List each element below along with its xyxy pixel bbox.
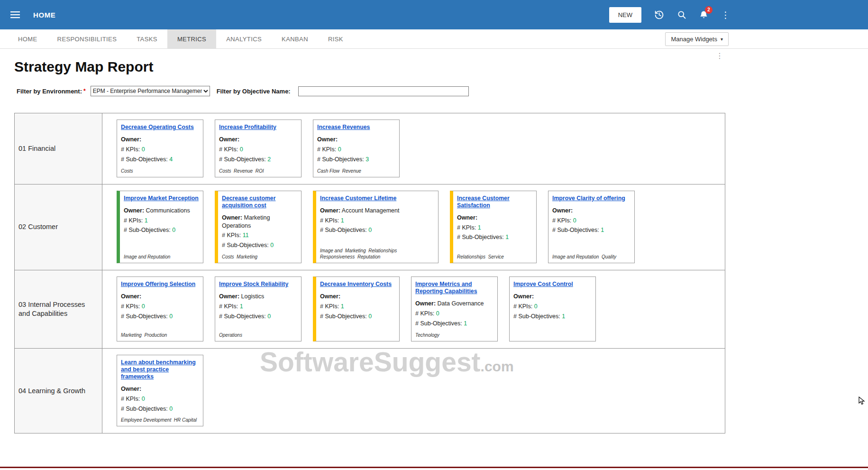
objective-link[interactable]: Learn about benchmarking and best practi… bbox=[121, 359, 199, 380]
tab-responsibilities[interactable]: RESPONSIBILITIES bbox=[47, 29, 127, 48]
owner-line: Owner: bbox=[513, 293, 592, 301]
search-icon[interactable] bbox=[677, 10, 686, 19]
tab-risk[interactable]: RISK bbox=[318, 29, 353, 48]
subs-count: 0 bbox=[368, 227, 372, 233]
objective-link[interactable]: Improve Stock Reliability bbox=[219, 281, 297, 288]
history-icon[interactable] bbox=[654, 10, 664, 20]
objective-tags: Image and Reputation Quality bbox=[552, 251, 630, 260]
kpis-label: # KPIs: bbox=[121, 303, 140, 310]
objective-card: Increase Customer SatisfactionOwner: # K… bbox=[450, 191, 537, 264]
owner-line: Owner: bbox=[457, 214, 532, 222]
subs-label: # Sub-Objectives: bbox=[320, 313, 367, 320]
objective-link[interactable]: Decrease Operating Costs bbox=[121, 124, 199, 131]
objective-link[interactable]: Increase Customer Satisfaction bbox=[457, 195, 532, 209]
manage-widgets-label: Manage Widgets bbox=[671, 36, 717, 43]
strategy-row: 04 Learning & GrowthLearn about benchmar… bbox=[15, 349, 725, 433]
hamburger-menu-icon[interactable] bbox=[10, 11, 20, 18]
owner-label: Owner: bbox=[320, 293, 340, 300]
owner-line: Owner: bbox=[121, 136, 199, 144]
objective-link[interactable]: Improve Offering Selection bbox=[121, 281, 199, 288]
tab-analytics[interactable]: ANALYTICS bbox=[216, 29, 272, 48]
objective-link[interactable]: Improve Clarity of offering bbox=[552, 195, 630, 202]
notifications-bell-icon[interactable]: 2 bbox=[699, 10, 708, 20]
kpis-count: 1 bbox=[341, 217, 344, 224]
tab-list: HOMERESPONSIBILITIESTASKSMETRICSANALYTIC… bbox=[0, 29, 868, 48]
objective-tags: Image and Reputation bbox=[124, 251, 199, 260]
widget-menu-icon[interactable]: ⋮ bbox=[716, 52, 723, 60]
tab-bar: HOMERESPONSIBILITIESTASKSMETRICSANALYTIC… bbox=[0, 29, 868, 49]
owner-value: Logistics bbox=[241, 293, 265, 300]
kpis-line: # KPIs: 0 bbox=[552, 217, 630, 225]
objective-card: Increase Customer LifetimeOwner: Account… bbox=[313, 191, 439, 264]
kpis-label: # KPIs: bbox=[121, 396, 140, 402]
strategy-row: 02 CustomerImprove Market PerceptionOwne… bbox=[15, 184, 725, 271]
kpis-count: 1 bbox=[341, 303, 344, 310]
subs-line: # Sub-Objectives: 3 bbox=[317, 156, 395, 164]
subs-count: 0 bbox=[267, 313, 271, 320]
subs-line: # Sub-Objectives: 0 bbox=[219, 313, 297, 321]
objective-card: Improve Cost ControlOwner: # KPIs: 0# Su… bbox=[509, 276, 596, 341]
subs-line: # Sub-Objectives: 0 bbox=[121, 313, 199, 321]
objective-name-input[interactable] bbox=[298, 86, 469, 96]
tab-home[interactable]: HOME bbox=[8, 29, 47, 48]
owner-label: Owner: bbox=[219, 136, 239, 143]
owner-label: Owner: bbox=[121, 293, 141, 300]
subs-count: 1 bbox=[464, 320, 467, 327]
objective-card: Decrease customer acquisition costOwner:… bbox=[215, 191, 302, 264]
kpis-count: 0 bbox=[142, 303, 145, 310]
objective-link[interactable]: Improve Cost Control bbox=[513, 281, 592, 288]
strategy-row: 01 FinancialDecrease Operating CostsOwne… bbox=[15, 113, 725, 184]
objective-link[interactable]: Improve Metrics and Reporting Capabiliti… bbox=[415, 281, 493, 295]
subs-count: 3 bbox=[365, 156, 369, 163]
owner-line: Owner: bbox=[552, 207, 630, 215]
kpis-label: # KPIs: bbox=[320, 303, 339, 310]
objective-link[interactable]: Decrease customer acquisition cost bbox=[222, 195, 297, 209]
objective-card: Increase ProfitabilityOwner: # KPIs: 0# … bbox=[215, 120, 302, 177]
kpis-line: # KPIs: 11 bbox=[222, 231, 297, 240]
environment-filter-select[interactable]: EPM - Enterprise Performance Management bbox=[91, 86, 210, 96]
kpis-line: # KPIs: 0 bbox=[121, 303, 199, 311]
subs-line: # Sub-Objectives: 1 bbox=[457, 233, 532, 241]
subs-label: # Sub-Objectives: bbox=[317, 156, 364, 163]
top-header: HOME NEW 2 ⋮ bbox=[0, 0, 868, 29]
kpis-count: 0 bbox=[573, 217, 576, 224]
row-label: 04 Learning & Growth bbox=[15, 349, 102, 433]
kpis-line: # KPIs: 1 bbox=[124, 217, 199, 225]
kpis-line: # KPIs: 1 bbox=[457, 224, 532, 232]
owner-label: Owner: bbox=[219, 293, 239, 300]
objective-link[interactable]: Increase Profitability bbox=[219, 124, 297, 131]
objective-link[interactable]: Decrease Inventory Costs bbox=[320, 281, 395, 288]
subs-label: # Sub-Objectives: bbox=[219, 156, 266, 163]
tab-kanban[interactable]: KANBAN bbox=[272, 29, 318, 48]
app-title: HOME bbox=[33, 11, 55, 19]
subs-label: # Sub-Objectives: bbox=[320, 227, 367, 233]
subs-label: # Sub-Objectives: bbox=[222, 242, 269, 249]
objective-tags bbox=[320, 336, 395, 338]
subs-label: # Sub-Objectives: bbox=[121, 405, 168, 412]
owner-label: Owner: bbox=[121, 136, 141, 143]
kpis-line: # KPIs: 0 bbox=[121, 395, 199, 403]
new-button[interactable]: NEW bbox=[609, 7, 641, 23]
row-label: 01 Financial bbox=[15, 113, 102, 184]
kpis-count: 0 bbox=[142, 146, 145, 153]
tab-tasks[interactable]: TASKS bbox=[127, 29, 167, 48]
kpis-line: # KPIs: 1 bbox=[219, 303, 297, 311]
manage-widgets-button[interactable]: Manage Widgets ▾ bbox=[665, 32, 729, 46]
owner-label: Owner: bbox=[121, 386, 141, 392]
kpis-line: # KPIs: 0 bbox=[513, 303, 592, 311]
owner-label: Owner: bbox=[124, 207, 144, 214]
objective-link[interactable]: Improve Market Perception bbox=[124, 195, 199, 202]
subs-label: # Sub-Objectives: bbox=[513, 313, 560, 320]
subs-line: # Sub-Objectives: 0 bbox=[121, 405, 199, 413]
overflow-menu-icon[interactable]: ⋮ bbox=[721, 10, 730, 19]
objective-tags bbox=[513, 336, 592, 338]
subs-count: 0 bbox=[172, 227, 175, 233]
tab-metrics[interactable]: METRICS bbox=[167, 29, 216, 48]
subs-line: # Sub-Objectives: 0 bbox=[124, 226, 199, 234]
bottom-border bbox=[0, 467, 868, 468]
kpis-label: # KPIs: bbox=[317, 146, 336, 153]
owner-label: Owner: bbox=[457, 214, 477, 221]
objective-link[interactable]: Increase Revenues bbox=[317, 124, 395, 131]
objective-link[interactable]: Increase Customer Lifetime bbox=[320, 195, 434, 202]
kpis-count: 0 bbox=[534, 303, 538, 310]
